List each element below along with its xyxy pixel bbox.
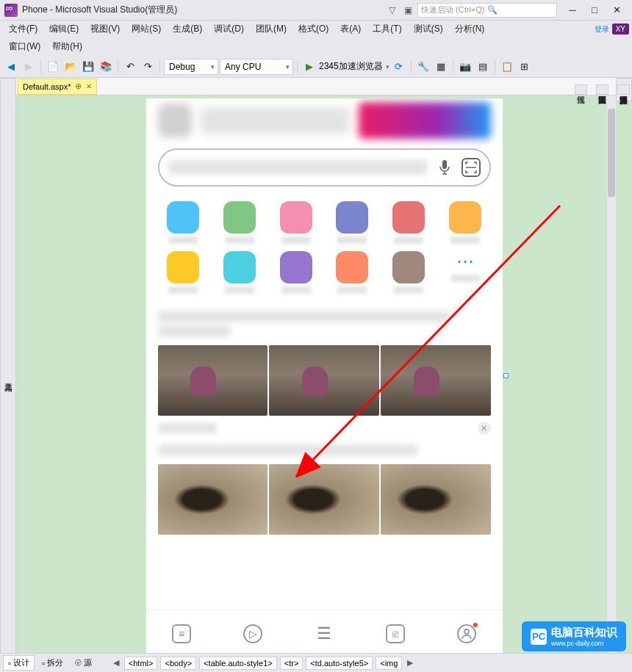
app-tile[interactable]: [214, 201, 265, 244]
svg-rect-0: [442, 160, 447, 169]
app-label: [337, 286, 367, 294]
menu-build[interactable]: 生成(B): [167, 21, 208, 37]
signin-link[interactable]: 登录: [595, 24, 609, 35]
app-tile[interactable]: [440, 201, 491, 244]
phone-bottom-nav: ≡ ▷ ☰ ⎚: [146, 610, 503, 657]
image-row-2[interactable]: [146, 464, 503, 535]
crumb-nav-right[interactable]: ▶: [405, 658, 415, 668]
tab-default-aspx[interactable]: Default.aspx* ⊕ ✕: [18, 79, 97, 95]
menu-tools[interactable]: 工具(T): [367, 21, 407, 37]
menu-window[interactable]: 窗口(W): [3, 38, 46, 55]
view-source-button[interactable]: ⦾ 源: [71, 656, 96, 670]
nav-forward-button[interactable]: ▶: [21, 59, 37, 75]
open-button[interactable]: 📂: [62, 59, 79, 75]
crumb-nav-left[interactable]: ◀: [111, 658, 121, 668]
tab-close-icon[interactable]: ✕: [86, 82, 92, 90]
platform-dropdown[interactable]: Any CPU: [220, 59, 293, 75]
app-tile[interactable]: [214, 251, 265, 294]
menu-website[interactable]: 网站(S): [126, 21, 167, 37]
vertical-scrollbar[interactable]: [607, 95, 616, 672]
maximize-button[interactable]: □: [583, 2, 606, 18]
nav-tool[interactable]: ⎚: [386, 624, 405, 643]
user-badge[interactable]: XY: [612, 24, 629, 35]
view-design-button[interactable]: ▫ 设计: [3, 655, 35, 671]
nav-video[interactable]: ▷: [243, 624, 262, 643]
profile-icon: [457, 624, 476, 643]
dismiss-icon[interactable]: ✕: [478, 422, 491, 435]
config-dropdown[interactable]: Debug: [164, 59, 218, 75]
app-tile[interactable]: [327, 251, 378, 294]
phone-search-bar[interactable]: [158, 148, 491, 187]
menu-file[interactable]: 文件(F): [3, 21, 43, 37]
app-tile[interactable]: [384, 251, 434, 294]
filter-icon[interactable]: ▽: [387, 5, 397, 15]
save-all-button[interactable]: 📚: [98, 59, 114, 75]
crumb-html[interactable]: <html>: [124, 657, 158, 670]
app-tile[interactable]: [158, 201, 209, 244]
view-split-button[interactable]: ▫ 拆分: [37, 656, 68, 670]
run-button[interactable]: ▶: [301, 59, 317, 75]
nav-back-button[interactable]: ◀: [3, 59, 19, 75]
crumb-table[interactable]: <table.auto-style1>: [199, 657, 277, 670]
quick-launch-input[interactable]: 快速启动 (Ctrl+Q) 🔍: [417, 3, 557, 18]
properties-tab[interactable]: 属性: [575, 84, 587, 95]
app-label: [281, 286, 311, 294]
crumb-body[interactable]: <body>: [160, 657, 196, 670]
app-tile[interactable]: [384, 201, 434, 244]
browser-refresh-button[interactable]: ⟳: [391, 59, 407, 75]
nav-feed[interactable]: ≡: [172, 624, 191, 643]
menu-format[interactable]: 格式(O): [292, 21, 334, 37]
tool-icon-6[interactable]: ⊞: [517, 59, 533, 75]
menu-edit[interactable]: 编辑(E): [43, 21, 85, 37]
bottom-bar: ▫ 设计 ▫ 拆分 ⦾ 源 ◀ <html> <body> <table.aut…: [0, 653, 632, 672]
scan-icon[interactable]: [462, 158, 481, 177]
image-row-1[interactable]: [146, 345, 503, 416]
watermark-icon: PC: [531, 629, 547, 645]
nav-profile[interactable]: [457, 624, 476, 643]
app-label: [225, 286, 254, 294]
toolbox-tab[interactable]: 工具箱: [0, 78, 16, 672]
mic-icon[interactable]: [435, 158, 454, 177]
undo-button[interactable]: ↶: [122, 59, 138, 75]
thumbnail: [269, 464, 379, 535]
new-item-button[interactable]: 📄: [45, 59, 61, 75]
menu-debug[interactable]: 调试(D): [208, 21, 250, 37]
minimize-button[interactable]: ─: [561, 2, 583, 18]
redo-button[interactable]: ↷: [140, 59, 156, 75]
tool-icon-3[interactable]: 📷: [457, 59, 473, 75]
nav-menu[interactable]: ☰: [315, 624, 334, 643]
run-dropdown-icon[interactable]: ▾: [386, 63, 389, 71]
menu-team[interactable]: 团队(M): [250, 21, 292, 37]
window-title: Phone - Microsoft Visual Studio(管理员): [22, 4, 382, 16]
menu-view[interactable]: 视图(V): [85, 21, 126, 37]
close-button[interactable]: ✕: [606, 2, 628, 18]
app-tile[interactable]: [270, 201, 321, 244]
menu-icon: ☰: [315, 624, 334, 643]
app-tile[interactable]: [270, 251, 321, 294]
tool-icon-5[interactable]: 📋: [499, 59, 515, 75]
tool-icon-1[interactable]: 🔧: [415, 59, 431, 75]
tool-icon-2[interactable]: ▦: [433, 59, 449, 75]
app-tile[interactable]: ⋯: [440, 251, 491, 294]
title-bar: Phone - Microsoft Visual Studio(管理员) ▽ ▣…: [0, 0, 632, 21]
menu-help[interactable]: 帮助(H): [46, 38, 88, 55]
crumb-td[interactable]: <td.auto-style5>: [306, 657, 373, 670]
save-button[interactable]: 💾: [80, 59, 96, 75]
solution-explorer-tab[interactable]: 解决方案资源管理器: [617, 84, 630, 95]
team-explorer-tab[interactable]: 团队资源管理器: [596, 84, 608, 95]
selection-handle[interactable]: [503, 373, 509, 378]
app-icon: [336, 201, 368, 234]
thumbnail: [381, 464, 491, 535]
menu-test[interactable]: 测试(S): [408, 21, 449, 37]
run-target-label[interactable]: 2345加速浏览器: [319, 60, 383, 73]
tab-pin-icon[interactable]: ⊕: [75, 82, 82, 91]
menu-table[interactable]: 表(A): [334, 21, 367, 37]
app-tile[interactable]: [158, 251, 209, 294]
crumb-img[interactable]: <img: [376, 657, 402, 670]
crumb-tr[interactable]: <tr>: [280, 657, 304, 670]
designer-canvas[interactable]: ⋯ ✕: [16, 95, 632, 672]
tool-icon-4[interactable]: ▤: [475, 59, 491, 75]
app-tile[interactable]: [327, 201, 378, 244]
notification-icon[interactable]: ▣: [403, 5, 413, 15]
menu-analyze[interactable]: 分析(N): [449, 21, 491, 37]
